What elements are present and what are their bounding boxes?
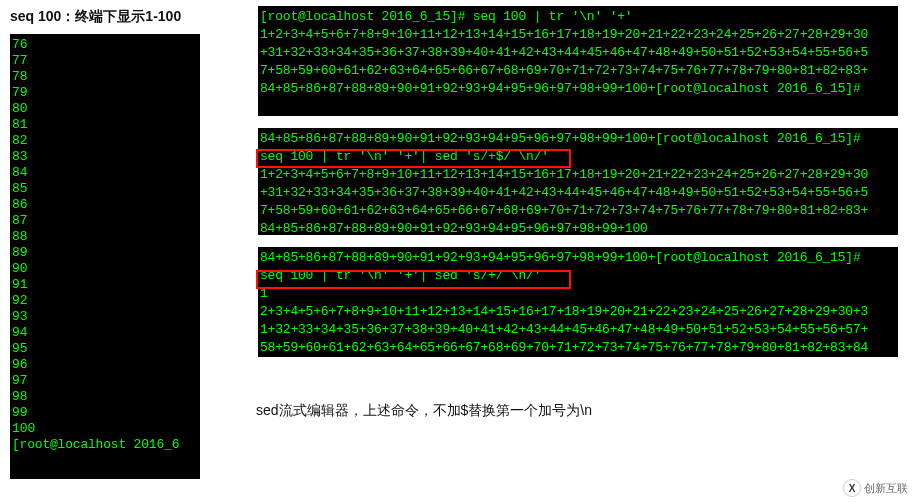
terminal-sed-end-output[interactable]: 84+85+86+87+88+89+90+91+92+93+94+95+96+9… [258,128,898,235]
left-column: seq 100：终端下显示1-100 76 77 78 79 80 81 82 … [10,8,200,479]
terminal-line: 7+58+59+60+61+62+63+64+65+66+67+68+69+70… [260,202,896,220]
sed-explanation: sed流式编辑器，上述命令，不加$替换第一个加号为\n [256,402,592,420]
seq-line: 96 [12,357,198,373]
seq-line: 81 [12,117,198,133]
terminal-line: 58+59+60+61+62+63+64+65+66+67+68+69+70+7… [260,339,896,357]
terminal-sed-first-output[interactable]: 84+85+86+87+88+89+90+91+92+93+94+95+96+9… [258,247,898,357]
terminal-line: 1+32+33+34+35+36+37+38+39+40+41+42+43+44… [260,321,896,339]
watermark-text: 创新互联 [864,481,908,496]
seq-line: 78 [12,69,198,85]
terminal-line: seq 100 | tr '\n' '+'| sed 's/+$/ \n/' [260,148,896,166]
seq-line: 82 [12,133,198,149]
seq-line: 80 [12,101,198,117]
seq-line: 76 [12,37,198,53]
seq-heading: seq 100：终端下显示1-100 [10,8,200,26]
seq-line: 97 [12,373,198,389]
seq-line: 84 [12,165,198,181]
terminal-line: seq 100 | tr '\n' '+'| sed 's/+/ \n/' [260,267,896,285]
terminal-line: 1+2+3+4+5+6+7+8+9+10+11+12+13+14+15+16+1… [260,166,896,184]
seq-line: 88 [12,229,198,245]
seq-line: 92 [12,293,198,309]
terminal-line: 84+85+86+87+88+89+90+91+92+93+94+95+96+9… [260,220,896,235]
terminal-seq-output[interactable]: 76 77 78 79 80 81 82 83 84 85 86 87 88 8… [10,34,200,479]
terminal-line: +31+32+33+34+35+36+37+38+39+40+41+42+43+… [260,44,896,62]
terminal-line: 84+85+86+87+88+89+90+91+92+93+94+95+96+9… [260,249,896,267]
seq-line: 79 [12,85,198,101]
seq-line: 94 [12,325,198,341]
terminal-line: +31+32+33+34+35+36+37+38+39+40+41+42+43+… [260,184,896,202]
terminal-line: 1 [260,285,896,303]
terminal-line: [root@localhost 2016_6_15]# seq 100 | tr… [260,8,896,26]
watermark: X 创新互联 [843,479,908,497]
shell-prompt: [root@localhost 2016_6 [12,437,198,453]
watermark-icon: X [843,479,861,497]
seq-line: 85 [12,181,198,197]
terminal-tr-output[interactable]: [root@localhost 2016_6_15]# seq 100 | tr… [258,6,898,116]
terminal-line: 7+58+59+60+61+62+63+64+65+66+67+68+69+70… [260,62,896,80]
seq-line: 98 [12,389,198,405]
seq-line: 93 [12,309,198,325]
seq-line: 86 [12,197,198,213]
seq-line: 99 [12,405,198,421]
terminal-line: 84+85+86+87+88+89+90+91+92+93+94+95+96+9… [260,130,896,148]
terminal-line: 2+3+4+5+6+7+8+9+10+11+12+13+14+15+16+17+… [260,303,896,321]
seq-line: 91 [12,277,198,293]
terminal-line: 1+2+3+4+5+6+7+8+9+10+11+12+13+14+15+16+1… [260,26,896,44]
seq-line: 89 [12,245,198,261]
seq-line: 90 [12,261,198,277]
right-column: [root@localhost 2016_6_15]# seq 100 | tr… [258,6,898,369]
terminal-line: 84+85+86+87+88+89+90+91+92+93+94+95+96+9… [260,80,896,98]
seq-line: 83 [12,149,198,165]
seq-line: 95 [12,341,198,357]
seq-line: 100 [12,421,198,437]
seq-line: 77 [12,53,198,69]
seq-line: 87 [12,213,198,229]
